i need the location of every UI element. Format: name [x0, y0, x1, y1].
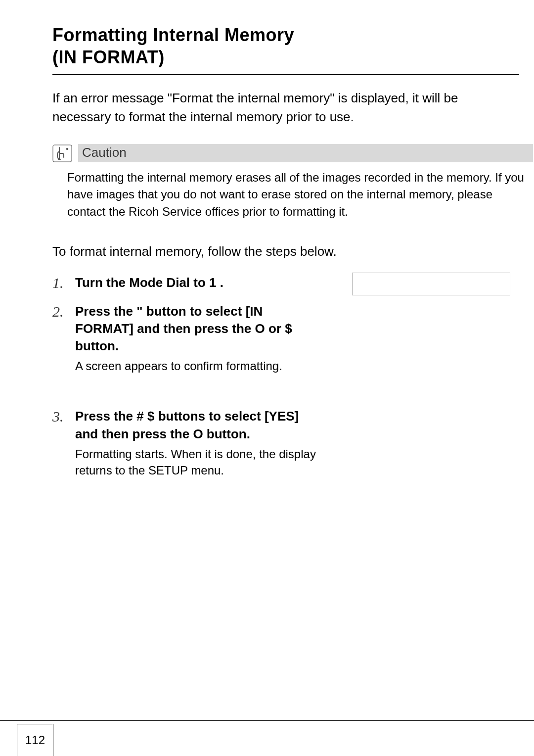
title-line-1: Formatting Internal Memory: [52, 25, 294, 45]
intro-text: If an error message "Format the internal…: [52, 89, 534, 126]
step-item: 3 Press the # $ buttons to select [YES] …: [52, 408, 534, 478]
page-footer: 112: [0, 720, 534, 756]
step-number: 2: [52, 303, 66, 375]
page-number: 112: [17, 724, 53, 756]
step-sub: Formatting starts. When it is done, the …: [75, 446, 322, 479]
caution-icon: [52, 144, 72, 162]
caution-heading-row: Caution: [52, 144, 534, 162]
svg-point-1: [66, 148, 68, 150]
screenshot-placeholder: [352, 273, 510, 295]
step-item: 2 Press the " button to select [IN FORMA…: [52, 303, 534, 375]
step-gap: [52, 385, 534, 408]
step-title: Press the # $ buttons to select [YES] an…: [75, 408, 322, 442]
step-title: Press the " button to select [IN FORMAT]…: [75, 303, 322, 355]
page-title: Formatting Internal Memory (IN FORMAT): [52, 24, 519, 75]
lead-text: To format internal memory, follow the st…: [52, 244, 534, 259]
step-title: Turn the Mode Dial to 1 .: [75, 274, 322, 291]
title-line-2: (IN FORMAT): [52, 47, 165, 67]
step-number: 3: [52, 408, 66, 478]
caution-label: Caution: [78, 144, 533, 162]
caution-body: Formatting the internal memory erases al…: [52, 169, 534, 220]
step-sub: A screen appears to confirm formatting.: [75, 358, 322, 375]
steps-list: 1 Turn the Mode Dial to 1 . 2 Press the …: [52, 274, 534, 479]
step-number: 1: [52, 274, 66, 292]
